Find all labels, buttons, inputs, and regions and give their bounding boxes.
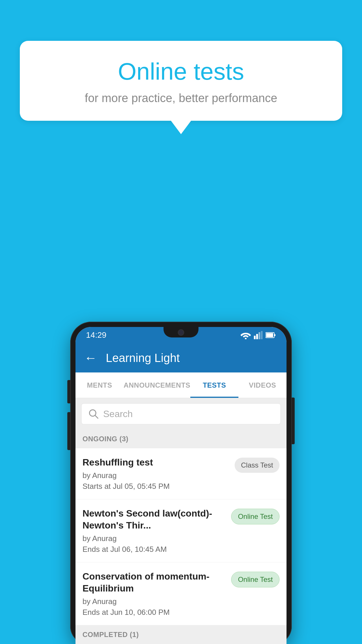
list-item-content: Reshuffling test by Anurag Starts at Jul…	[82, 456, 235, 491]
test-author: by Anurag	[82, 597, 225, 606]
search-container: Search	[75, 398, 287, 430]
wifi-icon	[240, 331, 251, 339]
bubble-title: Online tests	[34, 58, 328, 85]
phone-wrapper: 14:29	[70, 322, 292, 644]
test-title: Newton's Second law(contd)-Newton's Thir…	[82, 508, 225, 532]
test-title: Conservation of momentum-Equilibrium	[82, 570, 225, 595]
svg-rect-4	[261, 331, 263, 339]
completed-label: COMPLETED (1)	[82, 631, 139, 638]
phone-outer: 14:29	[70, 322, 292, 644]
phone-screen: 14:29	[75, 327, 287, 644]
completed-section-header: COMPLETED (1)	[75, 625, 287, 644]
ongoing-section-header: ONGOING (3)	[75, 430, 287, 448]
ongoing-label: ONGOING (3)	[82, 435, 129, 443]
svg-point-0	[245, 338, 247, 339]
status-time: 14:29	[86, 330, 106, 340]
app-bar: ← Learning Light	[75, 343, 287, 372]
svg-rect-7	[266, 333, 273, 337]
badge-class-test: Class Test	[235, 458, 280, 473]
test-title: Reshuffling test	[82, 456, 229, 469]
battery-icon	[266, 332, 276, 339]
badge-online-test: Online Test	[231, 509, 280, 524]
phone-camera	[178, 329, 184, 336]
test-date: Ends at Jul 06, 10:45 AM	[82, 545, 225, 554]
back-button[interactable]: ←	[84, 351, 97, 364]
tab-tests[interactable]: TESTS	[190, 372, 238, 398]
list-item[interactable]: Reshuffling test by Anurag Starts at Jul…	[75, 448, 287, 499]
speech-bubble: Online tests for more practice, better p…	[20, 41, 342, 121]
test-author: by Anurag	[82, 471, 229, 480]
list-item-content: Newton's Second law(contd)-Newton's Thir…	[82, 508, 231, 554]
tab-announcements[interactable]: ANNOUNCEMENTS	[124, 372, 190, 398]
status-icons	[240, 331, 276, 339]
test-author: by Anurag	[82, 534, 225, 543]
app-bar-title: Learning Light	[106, 351, 180, 365]
test-date: Starts at Jul 05, 05:45 PM	[82, 482, 229, 491]
test-list: Reshuffling test by Anurag Starts at Jul…	[75, 448, 287, 625]
list-item-content: Conservation of momentum-Equilibrium by …	[82, 570, 231, 617]
list-item[interactable]: Newton's Second law(contd)-Newton's Thir…	[75, 499, 287, 562]
svg-rect-3	[259, 332, 260, 339]
list-item[interactable]: Conservation of momentum-Equilibrium by …	[75, 562, 287, 625]
tab-videos[interactable]: VIDEOS	[238, 372, 287, 398]
badge-online-test: Online Test	[231, 572, 280, 587]
side-button-left-bottom	[67, 412, 70, 450]
test-date: Ends at Jun 10, 06:00 PM	[82, 608, 225, 617]
side-button-left-top	[67, 380, 70, 403]
side-button-right	[292, 398, 295, 444]
tabs-bar: MENTS ANNOUNCEMENTS TESTS VIDEOS	[75, 372, 287, 398]
search-placeholder: Search	[103, 409, 133, 419]
bubble-subtitle: for more practice, better performance	[34, 92, 328, 105]
svg-rect-2	[256, 334, 258, 339]
search-icon	[89, 409, 99, 419]
search-input[interactable]: Search	[81, 403, 281, 424]
signal-icon	[254, 331, 263, 339]
svg-rect-1	[254, 336, 256, 339]
svg-line-9	[95, 415, 98, 418]
tab-ments[interactable]: MENTS	[75, 372, 124, 398]
svg-rect-6	[274, 334, 275, 336]
